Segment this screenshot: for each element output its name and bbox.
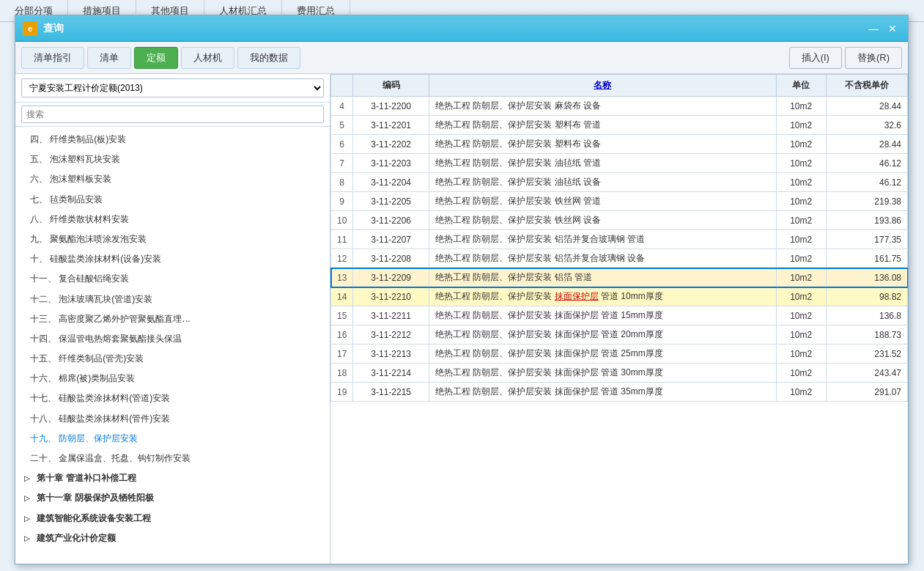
- quota-dropdown[interactable]: 宁夏安装工程计价定额(2013): [21, 78, 324, 97]
- tree-item-1[interactable]: 四、 纤维类制品(板)安装: [15, 130, 330, 150]
- cell-name: 绝热工程 防朝层、保护层安装 麻袋布 设备: [429, 97, 777, 116]
- cell-code: 3-11-2202: [353, 135, 429, 154]
- cell-code: 3-11-2212: [353, 325, 429, 345]
- replace-button[interactable]: 替换(R): [845, 47, 902, 69]
- query-dialog: e 查询 — ✕ 清单指引 清单 定额 人材机 我的数据 插入(I) 替换(R)…: [15, 15, 909, 564]
- col-name[interactable]: 名称: [429, 75, 777, 97]
- table-row[interactable]: 173-11-2213绝热工程 防朝层、保护层安装 抹面保护层 管道 25mm厚…: [331, 345, 908, 364]
- cell-code: 3-11-2201: [353, 116, 429, 135]
- tree-item-11[interactable]: 十四、 保温管电热熔套聚氨酯接头保温: [15, 329, 330, 349]
- cell-price: 188.73: [826, 325, 907, 345]
- tree-item-6[interactable]: 九、 聚氨酯泡沫喷涂发泡安装: [15, 229, 330, 249]
- cell-name: 绝热工程 防朝层、保护层安装 抹面保护层 管道 10mm厚度: [429, 287, 777, 306]
- col-code: 编码: [353, 75, 429, 97]
- tree-item-12[interactable]: 十五、 纤维类制品(管壳)安装: [15, 349, 330, 369]
- insert-button[interactable]: 插入(I): [789, 47, 842, 69]
- tree-item-14[interactable]: 十七、 硅酸盐类涂抹材料(管道)安装: [15, 388, 330, 408]
- cell-num: 18: [331, 364, 353, 383]
- minimize-button[interactable]: —: [865, 21, 882, 36]
- table-row[interactable]: 63-11-2202绝热工程 防朝层、保护层安装 塑料布 设备10m228.44: [331, 135, 908, 154]
- cell-num: 14: [331, 287, 353, 306]
- cell-unit: 10m2: [776, 173, 826, 192]
- tab-qingdan[interactable]: 清单: [87, 47, 131, 69]
- toolbar: 清单指引 清单 定额 人材机 我的数据 插入(I) 替换(R): [15, 42, 908, 74]
- cell-num: 7: [331, 154, 353, 173]
- cell-code: 3-11-2208: [353, 249, 429, 268]
- right-panel: 编码 名称 单位 不含税单价 43-11-2200绝热工程 防朝层、保护层安装 …: [330, 74, 908, 564]
- table-row[interactable]: 43-11-2200绝热工程 防朝层、保护层安装 麻袋布 设备10m228.44: [331, 97, 908, 116]
- tab-rencaiji[interactable]: 人材机: [181, 47, 234, 69]
- cell-num: 19: [331, 383, 353, 402]
- cell-num: 17: [331, 345, 353, 364]
- search-input[interactable]: [21, 106, 324, 123]
- cell-price: 291.07: [826, 383, 907, 402]
- cell-code: 3-11-2205: [353, 192, 429, 211]
- cell-unit: 10m2: [776, 211, 826, 230]
- table-row[interactable]: 163-11-2212绝热工程 防朝层、保护层安装 抹面保护层 管道 20mm厚…: [331, 325, 908, 345]
- cell-unit: 10m2: [776, 268, 826, 287]
- tree-item-3[interactable]: 六、 泡沫塑料板安装: [15, 169, 330, 189]
- tree-item-2[interactable]: 五、 泡沫塑料瓦块安装: [15, 150, 330, 169]
- results-table: 编码 名称 单位 不含税单价 43-11-2200绝热工程 防朝层、保护层安装 …: [330, 74, 908, 402]
- col-num: [331, 75, 353, 97]
- tab-qingdanzhinyin[interactable]: 清单指引: [21, 47, 84, 69]
- cell-price: 136.08: [826, 268, 907, 287]
- cell-num: 11: [331, 230, 353, 249]
- cell-name: 绝热工程 防朝层、保护层安装 油毡纸 设备: [429, 173, 777, 192]
- close-button[interactable]: ✕: [884, 21, 901, 36]
- tab-dinge[interactable]: 定额: [134, 47, 178, 69]
- col-unit: 单位: [776, 75, 826, 97]
- cell-name: 绝热工程 防朝层、保护层安装 抹面保护层 管道 20mm厚度: [429, 325, 777, 345]
- cell-num: 16: [331, 325, 353, 345]
- cell-num: 12: [331, 249, 353, 268]
- tree-item-21[interactable]: ▷ 建筑产业化计价定额: [15, 528, 330, 548]
- table-row[interactable]: 193-11-2215绝热工程 防朝层、保护层安装 抹面保护层 管道 35mm厚…: [331, 383, 908, 402]
- tree-item-18[interactable]: ▷ 第十章 管道补口补偿工程: [15, 468, 330, 488]
- content-area: 宁夏安装工程计价定额(2013) 四、 纤维类制品(板)安装 五、 泡沫塑料瓦块…: [15, 74, 908, 564]
- table-row[interactable]: 93-11-2205绝热工程 防朝层、保护层安装 铁丝网 管道10m2219.3…: [331, 192, 908, 211]
- cell-price: 46.12: [826, 173, 907, 192]
- cell-price: 136.8: [826, 306, 907, 325]
- tree-item-19[interactable]: ▷ 第十一章 阴极保护及牺牲阳极: [15, 488, 330, 508]
- table-row[interactable]: 113-11-2207绝热工程 防朝层、保护层安装 铝箔并复合玻璃钢 管道10m…: [331, 230, 908, 249]
- cell-num: 5: [331, 116, 353, 135]
- cell-name: 绝热工程 防朝层、保护层安装 铁丝网 设备: [429, 211, 777, 230]
- table-row[interactable]: 73-11-2203绝热工程 防朝层、保护层安装 油毡纸 管道10m246.12: [331, 154, 908, 173]
- cell-price: 243.47: [826, 364, 907, 383]
- cell-unit: 10m2: [776, 306, 826, 325]
- cell-name: 绝热工程 防朝层、保护层安装 铁丝网 管道: [429, 192, 777, 211]
- table-row[interactable]: 133-11-2209绝热工程 防朝层、保护层安装 铝箔 管道10m2136.0…: [331, 268, 908, 287]
- cell-name: 绝热工程 防朝层、保护层安装 铝箔 管道: [429, 268, 777, 287]
- col-price: 不含税单价: [826, 75, 907, 97]
- tree-item-4[interactable]: 七、 毡类制品安装: [15, 190, 330, 210]
- tree-item-9[interactable]: 十二、 泡沫玻璃瓦块(管道)安装: [15, 290, 330, 309]
- tree-item-16[interactable]: 十九、 防朝层、保护层安装: [15, 429, 330, 449]
- cell-code: 3-11-2203: [353, 154, 429, 173]
- tree-item-5[interactable]: 八、 纤维类散状材料安装: [15, 210, 330, 229]
- tab-mydata[interactable]: 我的数据: [237, 47, 300, 69]
- table-row[interactable]: 103-11-2206绝热工程 防朝层、保护层安装 铁丝网 设备10m2193.…: [331, 211, 908, 230]
- cell-name: 绝热工程 防朝层、保护层安装 塑料布 设备: [429, 135, 777, 154]
- cell-code: 3-11-2211: [353, 306, 429, 325]
- tree-item-7[interactable]: 十、 硅酸盐类涂抹材料(设备)安装: [15, 249, 330, 269]
- tree-item-13[interactable]: 十六、 棉席(被)类制品安装: [15, 369, 330, 388]
- tree-item-10[interactable]: 十三、 高密度聚乙烯外护管聚氨酯直埋…: [15, 309, 330, 329]
- cell-unit: 10m2: [776, 154, 826, 173]
- cell-unit: 10m2: [776, 230, 826, 249]
- cell-price: 231.52: [826, 345, 907, 364]
- table-row[interactable]: 123-11-2208绝热工程 防朝层、保护层安装 铝箔并复合玻璃钢 设备10m…: [331, 249, 908, 268]
- app-icon: e: [23, 21, 37, 36]
- table-row[interactable]: 183-11-2214绝热工程 防朝层、保护层安装 抹面保护层 管道 30mm厚…: [331, 364, 908, 383]
- table-row[interactable]: 83-11-2204绝热工程 防朝层、保护层安装 油毡纸 设备10m246.12: [331, 173, 908, 192]
- cell-price: 193.86: [826, 211, 907, 230]
- tree-item-17[interactable]: 二十、 金属保温盒、托盘、钩钉制作安装: [15, 449, 330, 468]
- cell-unit: 10m2: [776, 325, 826, 345]
- table-row[interactable]: 143-11-2210绝热工程 防朝层、保护层安装 抹面保护层 管道 10mm厚…: [331, 287, 908, 306]
- tree-item-15[interactable]: 十八、 硅酸盐类涂抹材料(管件)安装: [15, 409, 330, 429]
- cell-price: 177.35: [826, 230, 907, 249]
- cell-num: 8: [331, 173, 353, 192]
- table-row[interactable]: 53-11-2201绝热工程 防朝层、保护层安装 塑料布 管道10m232.6: [331, 116, 908, 135]
- table-row[interactable]: 153-11-2211绝热工程 防朝层、保护层安装 抹面保护层 管道 15mm厚…: [331, 306, 908, 325]
- tree-item-8[interactable]: 十一、 复合硅酸铝绳安装: [15, 269, 330, 289]
- tree-item-20[interactable]: ▷ 建筑智能化系统设备安装工程: [15, 509, 330, 528]
